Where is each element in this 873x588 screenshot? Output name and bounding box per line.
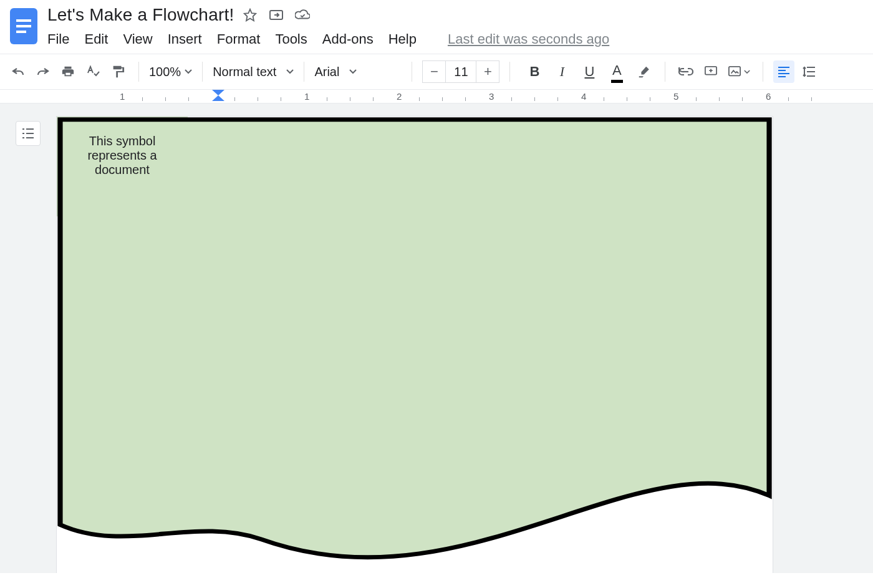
svg-marker-4 bbox=[244, 9, 256, 21]
last-edit-link[interactable]: Last edit was seconds ago bbox=[448, 31, 609, 47]
svg-rect-3 bbox=[16, 31, 26, 33]
menu-file[interactable]: File bbox=[47, 31, 69, 47]
menu-format[interactable]: Format bbox=[217, 31, 261, 47]
paint-format-button[interactable] bbox=[107, 60, 128, 83]
print-button[interactable] bbox=[57, 60, 79, 83]
menu-tools[interactable]: Tools bbox=[275, 31, 307, 47]
outline-rail bbox=[0, 104, 56, 573]
workspace: This is a Process Symbol that describes … bbox=[0, 104, 873, 573]
indent-marker-icon[interactable] bbox=[212, 90, 224, 101]
font-size-value[interactable]: 11 bbox=[445, 61, 476, 82]
star-icon[interactable] bbox=[243, 7, 258, 22]
svg-marker-8 bbox=[212, 90, 224, 95]
line-spacing-button[interactable] bbox=[798, 60, 819, 83]
menu-view[interactable]: View bbox=[123, 31, 152, 47]
menu-addons[interactable]: Add-ons bbox=[322, 31, 374, 47]
paragraph-style-value: Normal text bbox=[213, 65, 276, 79]
toolbar: 100% Normal text Arial − 11 + B I U A bbox=[0, 54, 873, 90]
ruler-tick: 1 bbox=[120, 91, 125, 102]
cloud-status-icon[interactable] bbox=[295, 7, 310, 22]
chevron-down-icon bbox=[286, 69, 294, 74]
redo-button[interactable] bbox=[32, 60, 54, 83]
underline-button[interactable]: U bbox=[579, 60, 600, 83]
chevron-down-icon bbox=[744, 70, 750, 74]
flowchart-document-shape[interactable]: This symbol represents a document bbox=[57, 117, 188, 216]
align-left-button[interactable] bbox=[773, 60, 794, 83]
separator bbox=[763, 62, 763, 82]
chevron-down-icon bbox=[349, 69, 357, 74]
insert-link-button[interactable] bbox=[675, 60, 697, 83]
document-title[interactable]: Let's Make a Flowchart! bbox=[47, 5, 234, 25]
separator bbox=[412, 62, 412, 82]
font-family-select[interactable]: Arial bbox=[314, 65, 402, 79]
ruler-tick: 3 bbox=[489, 91, 494, 102]
separator bbox=[665, 62, 665, 82]
svg-rect-1 bbox=[16, 19, 31, 22]
app-header: Let's Make a Flowchart! File Edit View I… bbox=[0, 0, 873, 47]
separator bbox=[509, 62, 510, 82]
move-to-folder-icon[interactable] bbox=[269, 7, 284, 22]
paragraph-style-select[interactable]: Normal text bbox=[213, 65, 294, 79]
separator bbox=[138, 62, 139, 82]
ruler-tick: 1 bbox=[304, 91, 309, 102]
separator bbox=[202, 62, 203, 82]
zoom-select[interactable]: 100% bbox=[149, 65, 192, 79]
highlight-color-button[interactable] bbox=[634, 60, 655, 83]
svg-marker-9 bbox=[212, 95, 224, 101]
insert-image-button[interactable] bbox=[725, 60, 753, 83]
ruler-tick: 4 bbox=[581, 91, 586, 102]
ruler-tick: 6 bbox=[766, 91, 771, 102]
menu-help[interactable]: Help bbox=[388, 31, 417, 47]
horizontal-ruler[interactable]: 1 1 2 3 4 5 6 bbox=[0, 90, 873, 104]
docs-logo-icon[interactable] bbox=[7, 5, 40, 47]
document-page[interactable]: This is a Process Symbol that describes … bbox=[56, 116, 773, 573]
text-color-button[interactable]: A bbox=[606, 60, 627, 83]
italic-button[interactable]: I bbox=[551, 60, 572, 83]
font-family-value: Arial bbox=[314, 65, 339, 79]
font-size-stepper[interactable]: − 11 + bbox=[422, 60, 499, 83]
menu-edit[interactable]: Edit bbox=[84, 31, 108, 47]
chevron-down-icon bbox=[185, 69, 192, 74]
zoom-value: 100% bbox=[149, 65, 181, 79]
bold-button[interactable]: B bbox=[524, 60, 545, 83]
font-size-increase[interactable]: + bbox=[476, 61, 499, 82]
menu-insert[interactable]: Insert bbox=[168, 31, 202, 47]
svg-rect-2 bbox=[16, 25, 31, 27]
undo-button[interactable] bbox=[7, 60, 29, 83]
document-outline-button[interactable] bbox=[16, 121, 41, 146]
shape-text: document bbox=[95, 163, 150, 176]
font-size-decrease[interactable]: − bbox=[423, 61, 445, 82]
shape-text: represents a bbox=[87, 148, 157, 162]
ruler-tick: 5 bbox=[673, 91, 678, 102]
menu-bar: File Edit View Insert Format Tools Add-o… bbox=[47, 31, 863, 47]
separator bbox=[304, 62, 304, 82]
add-comment-button[interactable] bbox=[700, 60, 721, 83]
spellcheck-button[interactable] bbox=[82, 60, 104, 83]
ruler-tick: 2 bbox=[397, 91, 402, 102]
shape-text: This symbol bbox=[89, 134, 156, 148]
